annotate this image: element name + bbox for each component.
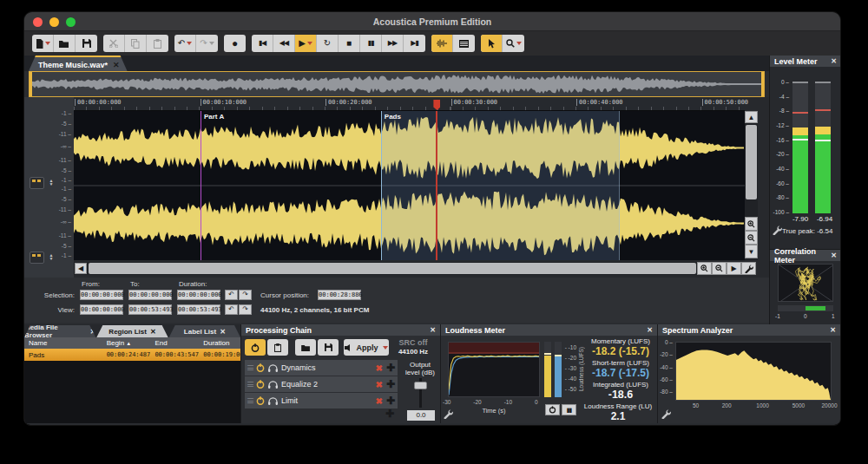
selection-to-field[interactable]: 00:00:00:000 — [128, 290, 172, 300]
stop-button[interactable]: ■ — [339, 35, 360, 52]
tab-close-icon[interactable]: ✕ — [220, 328, 226, 336]
effect-row-dynamics[interactable]: ――― Dynamics ✖ ✚ — [245, 360, 398, 376]
headphones-icon[interactable] — [268, 364, 278, 372]
go-to-end-button[interactable]: ▶▮ — [404, 35, 425, 52]
selection-from-field[interactable]: 00:00:00:000 — [80, 290, 123, 300]
view-undo-button[interactable]: ↶ — [225, 304, 238, 315]
save-button[interactable] — [76, 35, 97, 52]
add-effect-icon[interactable]: ✚ — [386, 362, 395, 374]
chain-clipboard-button[interactable] — [267, 339, 288, 356]
remove-effect-icon[interactable]: ✖ — [376, 396, 383, 406]
chain-load-button[interactable] — [295, 339, 316, 356]
horizontal-zoom-in-button[interactable] — [697, 262, 712, 275]
undo-button[interactable]: ↶ — [174, 35, 196, 52]
fast-forward-button[interactable]: ▶▶ — [382, 35, 404, 52]
zoom-selection-button[interactable]: ▶ — [727, 262, 741, 275]
view-from-field[interactable]: 00:00:00:000 — [80, 304, 123, 315]
drag-handle-icon[interactable]: ――― — [247, 364, 253, 371]
channel1-options-button[interactable] — [30, 177, 44, 189]
output-slider-thumb[interactable] — [414, 382, 427, 389]
tab-close-icon[interactable]: ✕ — [150, 328, 156, 336]
overview-strip[interactable] — [29, 71, 765, 97]
paste-button[interactable] — [147, 35, 168, 52]
record-button[interactable]: ● — [224, 35, 246, 52]
channel2-options-button[interactable] — [30, 252, 44, 264]
drag-handle-icon[interactable]: ――― — [247, 397, 253, 404]
chain-enable-button[interactable] — [245, 339, 266, 356]
append-effect-icon[interactable]: ✚ — [385, 408, 394, 420]
marker-line[interactable] — [381, 111, 382, 260]
selection-tool-button[interactable] — [481, 35, 503, 52]
column-end[interactable]: End — [150, 339, 199, 347]
chain-save-button[interactable] — [318, 339, 339, 356]
add-effect-icon[interactable]: ✚ — [386, 378, 395, 390]
headphones-icon[interactable] — [268, 381, 278, 389]
remove-effect-icon[interactable]: ✖ — [376, 380, 383, 389]
document-tab[interactable]: Theme Music.wav* ✕ — [29, 56, 128, 71]
timeline-ruler[interactable]: 00:00:00:00000:00:10:00000:00:20:00000:0… — [74, 97, 745, 111]
selection-duration-field[interactable]: 00:00:00:000 — [177, 290, 220, 300]
spectrum-close-icon[interactable]: ✕ — [830, 326, 836, 334]
list-view-button[interactable] — [453, 35, 475, 52]
selection-redo-button[interactable]: ↷ — [239, 290, 252, 300]
loudness-settings-icon[interactable] — [444, 409, 453, 419]
correlation-meter-close-icon[interactable]: ✕ — [831, 252, 837, 259]
copy-button[interactable] — [125, 35, 147, 52]
add-effect-icon[interactable]: ✚ — [386, 395, 395, 407]
vertical-zoom-menu-button[interactable]: ▼ — [745, 245, 758, 258]
vertical-scroll-thumb[interactable] — [746, 125, 757, 199]
level-meter-close-icon[interactable]: ✕ — [831, 57, 837, 65]
vertical-zoom-in-button[interactable] — [745, 217, 758, 231]
selection-region[interactable] — [381, 111, 620, 260]
apply-button[interactable]: Apply — [344, 339, 389, 356]
view-to-field[interactable]: 00:00:53:493 — [128, 304, 172, 315]
effect-power-icon[interactable] — [256, 380, 265, 389]
region-table-body[interactable] — [24, 361, 240, 423]
selection-undo-button[interactable]: ↶ — [225, 290, 238, 300]
region-row-pads[interactable]: Pads 00:00:24:487 00:00:43:547 00:00:19:… — [24, 349, 240, 361]
scroll-left-button[interactable]: ◀ — [75, 263, 87, 274]
rewind-button[interactable]: ◀◀ — [273, 35, 295, 52]
tab-close-icon[interactable]: ✕ — [90, 328, 96, 336]
remove-effect-icon[interactable]: ✖ — [376, 363, 383, 373]
effect-power-icon[interactable] — [256, 396, 265, 405]
column-begin[interactable]: Begin ▲ — [102, 339, 151, 347]
scroll-up-button[interactable]: ▲ — [745, 111, 758, 123]
loudness-reset-button[interactable] — [545, 404, 560, 415]
document-tab-close-icon[interactable]: ✕ — [113, 61, 120, 69]
loop-playback-button[interactable]: ↻ — [317, 35, 339, 52]
column-name[interactable]: Name — [24, 339, 102, 347]
tab-media-file-browser[interactable]: Media File Browser✕ — [24, 325, 95, 337]
tab-label-list[interactable]: Label List✕ — [169, 325, 240, 337]
effect-row-equalize[interactable]: ――― Equalize 2 ✖ ✚ — [245, 376, 398, 392]
spectrum-settings-icon[interactable] — [661, 409, 671, 419]
level-meter-settings-icon[interactable] — [773, 225, 782, 235]
redo-button[interactable]: ↷ — [196, 35, 218, 52]
horizontal-scrollbar[interactable]: ◀ — [74, 262, 697, 275]
pause-button[interactable]: ▮▮ — [360, 35, 382, 52]
drag-handle-icon[interactable]: ――― — [247, 381, 253, 388]
horizontal-scroll-thumb[interactable] — [89, 263, 696, 274]
view-redo-button[interactable]: ↷ — [239, 304, 252, 315]
headphones-icon[interactable] — [268, 397, 278, 405]
output-level-value[interactable]: 0.0 — [407, 410, 435, 421]
vertical-zoom-out-button[interactable] — [745, 231, 758, 245]
waveform-canvas[interactable]: Part APads — [74, 111, 745, 260]
horizontal-zoom-out-button[interactable] — [712, 262, 727, 275]
view-duration-field[interactable]: 00:00:53:493 — [177, 304, 220, 315]
zoom-tool-button[interactable] — [503, 35, 524, 52]
cut-button[interactable] — [103, 35, 125, 52]
effect-power-icon[interactable] — [256, 363, 265, 372]
processing-chain-close-icon[interactable]: ✕ — [430, 326, 436, 334]
play-button[interactable]: ▶ — [295, 35, 317, 52]
editor-settings-button[interactable] — [741, 262, 756, 275]
overview-left-handle[interactable] — [30, 72, 32, 96]
loudness-meter-close-icon[interactable]: ✕ — [647, 326, 653, 334]
column-duration[interactable]: Duration — [199, 339, 240, 347]
tab-region-list[interactable]: Region List✕ — [96, 325, 168, 337]
new-file-button[interactable] — [32, 35, 54, 52]
marker-line[interactable] — [201, 111, 201, 260]
cursor-position-field[interactable]: 00:00:28:886 — [318, 290, 361, 300]
loudness-pause-button[interactable]: ▮▮ — [562, 404, 576, 415]
go-to-start-button[interactable]: ▮◀ — [252, 35, 273, 52]
